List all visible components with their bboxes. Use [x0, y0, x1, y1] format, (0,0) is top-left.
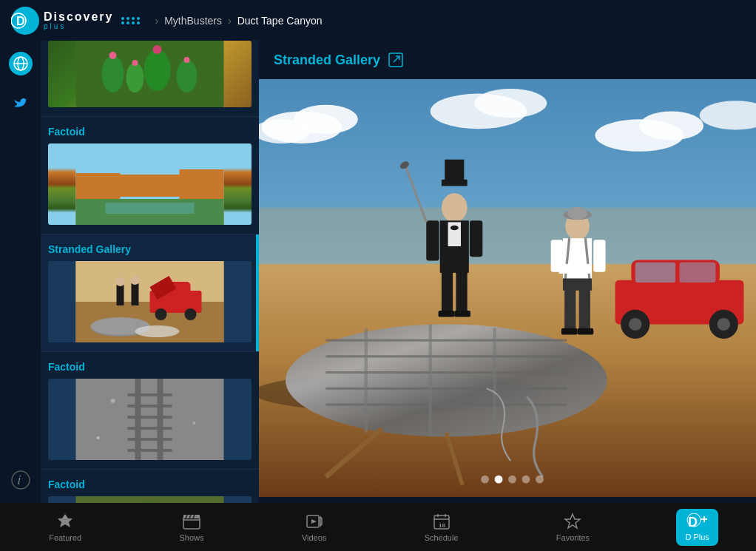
svg-point-88 — [442, 193, 468, 222]
svg-point-85 — [629, 318, 641, 331]
svg-text:18: 18 — [439, 522, 445, 529]
svg-point-33 — [131, 276, 140, 285]
schedule-label: Schedule — [425, 533, 459, 542]
svg-rect-121 — [183, 517, 200, 529]
svg-point-93 — [450, 226, 459, 231]
dplus-label: D Plus — [685, 533, 709, 541]
gallery-header: Stranded Gallery — [259, 41, 756, 79]
svg-marker-135 — [565, 514, 580, 528]
svg-text:D: D — [688, 515, 698, 530]
svg-point-10 — [126, 63, 144, 92]
svg-point-62 — [474, 89, 547, 118]
shows-icon — [182, 513, 201, 530]
svg-rect-39 — [76, 379, 224, 460]
svg-rect-23 — [106, 203, 195, 214]
svg-point-9 — [102, 55, 124, 92]
favorites-label: Favorites — [556, 533, 590, 542]
svg-rect-34 — [117, 285, 124, 305]
svg-point-49 — [193, 422, 196, 425]
logo-plus: plus — [44, 23, 114, 30]
list-item-factoid-2[interactable]: Factoid — [41, 352, 259, 470]
shows-label: Shows — [180, 533, 204, 542]
videos-label: Videos — [302, 533, 326, 542]
main-content: Stranded Gallery — [259, 41, 756, 503]
breadcrumb-episode: Duct Tape Canyon — [237, 15, 323, 27]
svg-rect-114 — [561, 328, 578, 335]
svg-rect-98 — [442, 271, 453, 315]
breadcrumb: › MythBusters › Duct Tape Canyon — [155, 15, 323, 27]
svg-point-11 — [144, 50, 171, 91]
info-icon-button[interactable]: i — [9, 468, 33, 492]
svg-point-38 — [135, 325, 180, 337]
videos-icon — [306, 513, 323, 530]
svg-rect-110 — [593, 240, 605, 271]
svg-line-56 — [394, 56, 399, 62]
list-item-1[interactable] — [41, 41, 259, 117]
svg-point-35 — [116, 277, 125, 286]
list-item-factoid-3[interactable]: Factoid — [41, 470, 259, 503]
globe-icon-button[interactable] — [9, 52, 33, 75]
svg-point-118 — [508, 476, 516, 484]
svg-point-87 — [718, 318, 730, 331]
svg-rect-41 — [158, 379, 163, 460]
svg-point-30 — [185, 308, 197, 320]
section-image-canyon — [48, 143, 252, 225]
logo-text: Discovery — [44, 11, 114, 23]
discovery-logo-icon: D — [11, 7, 39, 35]
svg-marker-128 — [320, 517, 322, 526]
nav-dplus[interactable]: D D Plus — [676, 509, 718, 546]
svg-point-104 — [567, 207, 587, 220]
svg-rect-82 — [635, 263, 675, 283]
dplus-icon: D — [686, 513, 709, 530]
svg-rect-90 — [445, 160, 464, 182]
svg-rect-113 — [579, 288, 590, 333]
svg-point-48 — [111, 399, 115, 403]
svg-point-116 — [481, 476, 489, 484]
svg-rect-115 — [578, 328, 594, 335]
header: D Discovery plus › MythBusters › Duct Ta… — [0, 0, 756, 41]
nav-videos[interactable]: Videos — [291, 507, 337, 548]
nav-featured[interactable]: Featured — [38, 507, 92, 548]
breadcrumb-mythbusters[interactable]: MythBusters — [164, 15, 222, 27]
featured-icon — [56, 513, 74, 530]
featured-label: Featured — [49, 533, 81, 542]
svg-rect-83 — [680, 263, 716, 283]
svg-rect-47 — [128, 449, 172, 452]
svg-point-14 — [132, 60, 138, 66]
svg-marker-129 — [311, 519, 317, 524]
logo: D Discovery plus — [11, 7, 141, 35]
svg-rect-111 — [559, 264, 591, 274]
svg-point-117 — [495, 476, 503, 484]
svg-rect-94 — [426, 220, 439, 260]
section-image-stranded — [48, 261, 252, 342]
svg-rect-32 — [132, 283, 139, 305]
svg-rect-42 — [128, 393, 172, 396]
nav-schedule[interactable]: 18 Schedule — [414, 507, 470, 548]
list-item-stranded-gallery[interactable]: Stranded Gallery — [41, 234, 259, 352]
svg-rect-99 — [456, 271, 467, 315]
section-title-stranded: Stranded Gallery — [48, 243, 252, 255]
nav-shows[interactable]: Shows — [169, 507, 215, 548]
main-image-area — [259, 79, 756, 497]
svg-rect-21 — [117, 175, 183, 197]
main-scene-svg — [259, 79, 756, 497]
section-title-1: Factoid — [48, 126, 252, 138]
schedule-icon: 18 — [433, 513, 450, 530]
svg-rect-46 — [128, 438, 172, 441]
svg-rect-45 — [128, 427, 172, 430]
svg-point-13 — [109, 52, 117, 59]
section-title-3: Factoid — [48, 479, 252, 490]
section-image-1 — [48, 41, 252, 107]
nav-favorites[interactable]: Favorites — [545, 507, 601, 548]
twitter-icon-button[interactable] — [9, 90, 33, 114]
svg-point-120 — [536, 476, 544, 484]
share-button[interactable] — [388, 52, 404, 68]
svg-point-15 — [153, 45, 162, 54]
list-item-factoid-1[interactable]: Factoid — [41, 117, 259, 234]
section-title-2: Factoid — [48, 361, 252, 373]
svg-rect-40 — [135, 379, 141, 460]
svg-point-12 — [177, 60, 198, 92]
svg-point-0 — [11, 7, 39, 35]
svg-rect-44 — [128, 416, 172, 419]
svg-point-50 — [97, 436, 100, 439]
